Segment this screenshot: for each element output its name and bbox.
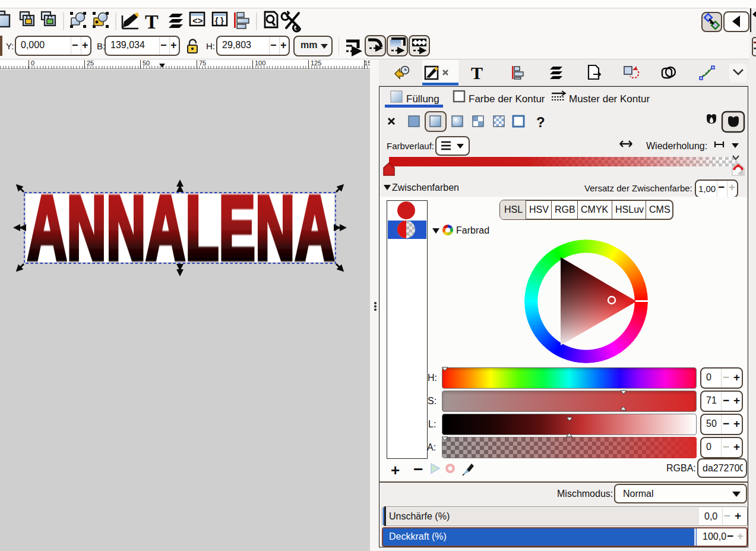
svg-text:<>: <> (192, 15, 203, 26)
svg-text:{ }: { } (215, 16, 224, 26)
svg-text:Farbe der Kontur: Farbe der Kontur (469, 93, 545, 105)
svg-text:Muster der Kontur: Muster der Kontur (569, 93, 650, 105)
svg-text:?: ? (536, 114, 545, 130)
svg-text:Füllung: Füllung (406, 93, 439, 105)
svg-text:T: T (471, 63, 483, 83)
svg-text:T: T (145, 11, 159, 33)
